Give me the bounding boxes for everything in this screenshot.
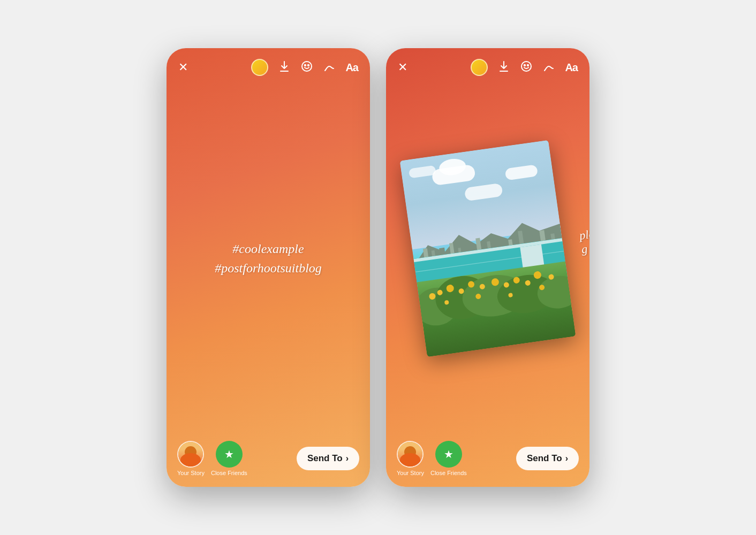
sticker-svg	[300, 60, 313, 73]
svg-point-0	[302, 62, 312, 71]
left-color-picker[interactable]	[251, 59, 268, 76]
hashtag-line1: #coolexample	[215, 239, 322, 258]
left-your-story-option[interactable]: Your Story	[177, 441, 205, 476]
left-toolbar: ✕	[167, 48, 370, 81]
star-icon: ★	[224, 448, 234, 461]
overlay-line1: ple	[579, 227, 589, 242]
right-send-to-button[interactable]: Send To ›	[516, 447, 579, 470]
left-your-story-label: Your Story	[177, 470, 205, 476]
right-avatar	[397, 441, 424, 468]
left-close-friends-btn: ★	[216, 441, 243, 468]
left-phone-screen: ✕	[167, 48, 370, 487]
download-svg	[278, 60, 291, 73]
right-download-svg	[497, 60, 510, 73]
left-send-chevron: ›	[346, 454, 349, 463]
left-text-button[interactable]: Aa	[345, 62, 358, 74]
right-text-button[interactable]: Aa	[565, 62, 578, 74]
left-content-area: #coolexample #postforhootsuitblog	[167, 81, 370, 435]
right-bottom-bar: Your Story ★ Close Friends Send To ›	[386, 435, 589, 487]
right-close-friends-btn: ★	[435, 441, 462, 468]
svg-point-1	[305, 64, 306, 65]
right-send-chevron: ›	[565, 454, 568, 463]
right-close-button[interactable]: ✕	[398, 62, 407, 73]
right-phone-screen: ✕	[386, 48, 589, 487]
left-avatar	[177, 441, 204, 468]
left-bottom-bar: Your Story ★ Close Friends Send To ›	[167, 435, 370, 487]
right-avatar-image	[398, 442, 422, 467]
draw-svg	[323, 60, 336, 73]
svg-point-4	[524, 64, 525, 65]
right-draw-svg	[542, 60, 555, 73]
left-close-friends-option[interactable]: ★ Close Friends	[211, 441, 247, 476]
hashtag-line2: #postforhootsuitblog	[215, 258, 322, 278]
cloud4	[464, 182, 503, 201]
right-close-friends-label: Close Friends	[430, 470, 467, 476]
left-send-to-label: Send To	[307, 453, 343, 464]
overlay-line2: g	[580, 241, 589, 256]
left-draw-icon[interactable]	[323, 60, 336, 75]
left-avatar-image	[178, 442, 203, 467]
svg-point-2	[308, 64, 309, 65]
pool-image-inner	[400, 140, 576, 357]
left-hashtag-text: #coolexample #postforhootsuitblog	[215, 239, 322, 278]
cloud1	[432, 164, 476, 186]
svg-point-3	[521, 62, 531, 71]
cloud2	[505, 164, 538, 180]
right-sticker-icon[interactable]	[520, 60, 533, 75]
right-overlay-text: ple g	[579, 227, 589, 256]
left-close-button[interactable]: ✕	[178, 62, 188, 73]
svg-point-5	[527, 64, 528, 65]
right-your-story-option[interactable]: Your Story	[397, 441, 424, 476]
left-close-friends-label: Close Friends	[211, 470, 247, 476]
right-your-story-label: Your Story	[397, 470, 424, 476]
right-download-icon[interactable]	[497, 60, 510, 75]
right-close-friends-option[interactable]: ★ Close Friends	[430, 441, 467, 476]
right-draw-icon[interactable]	[542, 60, 555, 75]
left-sticker-icon[interactable]	[300, 60, 313, 75]
left-send-to-button[interactable]: Send To ›	[297, 447, 359, 470]
right-toolbar: ✕	[386, 48, 589, 81]
phones-container: ✕	[134, 48, 622, 487]
right-color-picker[interactable]	[471, 59, 488, 76]
right-star-icon: ★	[444, 448, 453, 461]
right-sticker-svg	[520, 60, 533, 73]
left-download-icon[interactable]	[278, 60, 291, 75]
left-phone: ✕	[167, 48, 370, 487]
right-content-area: ple g	[386, 81, 589, 435]
pool-image[interactable]	[400, 140, 576, 357]
right-phone: ✕	[386, 48, 589, 487]
right-send-to-label: Send To	[527, 453, 562, 464]
